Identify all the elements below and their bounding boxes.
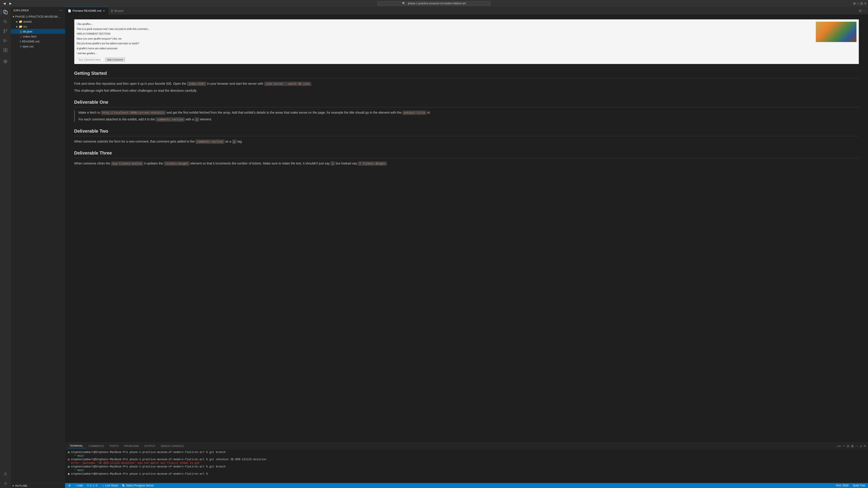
sidebar-item-src[interactable]: ▸ 📁 src <box>11 24 65 29</box>
title-bar-actions: ⧉ □ ⊟ ≡ <box>853 2 866 5</box>
json-server-code: json-server --watch db.json <box>264 82 311 86</box>
status-bar-right: Port: 5500 Build Tree <box>835 484 866 487</box>
terminal-line-7: stephenlambert@Stephens-MacBook-Pro phas… <box>68 473 865 476</box>
preview-comment-6: I still like giraffes... <box>76 51 812 56</box>
p-code: p <box>195 118 199 122</box>
address-bar[interactable]: 🔍 phase-1-practice-museum-of-modern-flat… <box>377 1 491 6</box>
back-button[interactable]: ◀ <box>2 1 7 6</box>
sidebar-title: Explorer <box>13 9 29 12</box>
sidebar-item-assets[interactable]: ▸ 📁 assets <box>11 19 65 24</box>
activity-explorer[interactable] <box>1 8 10 17</box>
activity-accounts[interactable] <box>1 469 10 479</box>
status-bar: ⚡ ⑂ main ✕ 0 ⚠ 0 👥 Live Share 🐘 <box>65 483 868 488</box>
activity-settings[interactable] <box>1 479 10 488</box>
svg-point-2 <box>4 20 6 22</box>
preview-app-left: I like giraffes... This is a great museu… <box>76 22 812 62</box>
terminal-body[interactable]: stephenlambert@Stephens-MacBook-Pro phas… <box>65 449 868 483</box>
preview-comment-3: Have you seen giraffe tongues? Like, ew <box>76 36 812 41</box>
tab-db-json[interactable]: {} db.json <box>108 7 127 15</box>
chevron-right-icon: ▸ <box>13 484 14 487</box>
root-label: PHASE-1-PRACTICE-MUSEUM... <box>15 15 65 18</box>
tabs-actions: ⊟ ⋯ <box>859 8 868 13</box>
outline-label: OUTLINE <box>15 484 27 487</box>
deliverable-two-heading: Deliverable Two <box>74 127 859 136</box>
activity-search[interactable] <box>1 17 10 26</box>
terminal-panel: TERMINAL COMMENTS PORTS PROBLEMS OUTPUT … <box>65 442 868 483</box>
status-errors[interactable]: ✕ 0 ⚠ 0 <box>86 484 98 487</box>
status-postgres[interactable]: 🐘 Select Postgres Server <box>121 484 155 487</box>
outline-header[interactable]: ▸ OUTLINE <box>11 483 65 488</box>
terminal-text-4: error: pathspec 'SE-DEN-121123-Solution'… <box>71 462 199 465</box>
file-tree-root[interactable]: ▾ PHASE-1-PRACTICE-MUSEUM... <box>11 14 65 19</box>
terminal-tab-output[interactable]: OUTPUT <box>142 444 158 448</box>
terminal-tab-terminal[interactable]: TERMINAL <box>67 444 86 448</box>
deliverable-one-heading: Deliverable One <box>74 98 859 107</box>
preview-add-comment-button[interactable]: Add Comment <box>105 58 125 62</box>
app-layout: Explorer ⋯ ▾ PHASE-1-PRACTICE-MUSEUM... … <box>0 7 868 488</box>
window-action-3[interactable]: ⊟ <box>860 2 863 5</box>
status-port[interactable]: Port: 5500 <box>835 484 849 487</box>
folder-icon: 📁 <box>19 20 22 23</box>
svg-point-4 <box>4 29 5 31</box>
sidebar-header-actions: ⋯ <box>59 8 62 12</box>
sidebar-item-style-css[interactable]: # style.css <box>11 44 65 49</box>
terminal-tab-ports[interactable]: PORTS <box>107 444 121 448</box>
sidebar-item-db-json[interactable]: {} db.json <box>11 29 65 34</box>
split-editor-icon[interactable]: ⊟ <box>859 8 862 13</box>
activity-run[interactable] <box>1 36 10 45</box>
terminal-tab-debug-console[interactable]: DEBUG CONSOLE <box>158 444 187 448</box>
build-tree-label: Build Tree <box>853 484 865 487</box>
tabs-bar: 📄 Preview README.md ✕ {} db.json ⊟ ⋯ <box>65 7 868 15</box>
preview-comment-input[interactable] <box>76 58 104 62</box>
activity-bar <box>0 7 11 488</box>
terminal-more-icon[interactable]: ⋯ <box>855 444 859 448</box>
terminal-dot-red <box>68 459 70 460</box>
terminal-tab-actions: zsh ＋ ⊟ 🗑 ⋯ ∧ ✕ <box>837 444 866 448</box>
window-action-1[interactable]: ⧉ <box>853 2 856 5</box>
tab-preview-readme[interactable]: 📄 Preview README.md ✕ <box>65 7 108 15</box>
sidebar-more-icon[interactable]: ⋯ <box>59 8 62 12</box>
more-tabs-icon[interactable]: ⋯ <box>863 8 866 13</box>
terminal-line-5: stephenlambert@Stephens-MacBook-Pro phas… <box>68 465 865 468</box>
json-tab-icon: {} <box>111 9 113 12</box>
getting-started-heading: Getting Started <box>74 70 859 78</box>
window-action-4[interactable]: ≡ <box>864 2 866 5</box>
index-html-code: index.html <box>187 82 206 86</box>
deliverable-three-p1: When someone clicks the buy-tickets-butt… <box>74 161 859 166</box>
one-tickets-code: 1 Tickets Bought <box>358 162 387 166</box>
forward-button[interactable]: ▶ <box>8 1 13 6</box>
window-action-2[interactable]: □ <box>857 2 859 5</box>
sidebar: Explorer ⋯ ▾ PHASE-1-PRACTICE-MUSEUM... … <box>11 7 65 488</box>
status-build-tree[interactable]: Build Tree <box>852 484 866 487</box>
preview-comment-2: OMG A COMMENT SECTION! <box>76 31 812 36</box>
sidebar-item-index-html[interactable]: ◇ index.html <box>11 34 65 39</box>
terminal-add-icon[interactable]: ＋ <box>842 444 845 448</box>
terminal-split-icon[interactable]: ⊟ <box>847 444 849 448</box>
tab-db-json-label: db.json <box>114 9 124 12</box>
terminal-tab-comments[interactable]: COMMENTS <box>86 444 107 448</box>
terminal-dot-white <box>68 473 70 475</box>
status-branch[interactable]: ⑂ main <box>74 484 84 487</box>
activity-source-control[interactable] <box>1 27 10 36</box>
activity-remote[interactable] <box>1 57 10 66</box>
status-live-share[interactable]: 👥 Live Share <box>100 484 119 487</box>
getting-started-p2: This challenge might feel different from… <box>74 88 859 93</box>
sidebar-item-readme[interactable]: ℹ README.md <box>11 39 65 44</box>
terminal-text-1: stephenlambert@Stephens-MacBook-Pro phas… <box>71 451 225 454</box>
terminal-text-5: stephenlambert@Stephens-MacBook-Pro phas… <box>71 465 225 468</box>
tab-close-icon[interactable]: ✕ <box>103 9 105 12</box>
terminal-tab-problems[interactable]: PROBLEMS <box>121 444 142 448</box>
activity-extensions[interactable] <box>1 46 10 55</box>
exhibit-title-code: exhibit-title <box>402 111 426 115</box>
preview-comment-4: Did you know giraffe's are the tallest m… <box>76 41 812 46</box>
p-tag-code: p <box>232 140 237 144</box>
warning-count: 0 <box>96 484 97 487</box>
chevron-right-icon: ▸ <box>16 25 18 28</box>
terminal-close-icon[interactable]: ✕ <box>864 444 866 448</box>
terminal-trash-icon[interactable]: 🗑 <box>851 444 854 448</box>
terminal-text-3: stephenlambert@Stephens-MacBook-Pro phas… <box>71 458 266 461</box>
branch-name: main <box>77 484 83 487</box>
assets-label: assets <box>23 20 65 23</box>
terminal-chevron-up-icon[interactable]: ∧ <box>860 444 862 448</box>
status-remote-icon[interactable]: ⚡ <box>67 484 72 487</box>
